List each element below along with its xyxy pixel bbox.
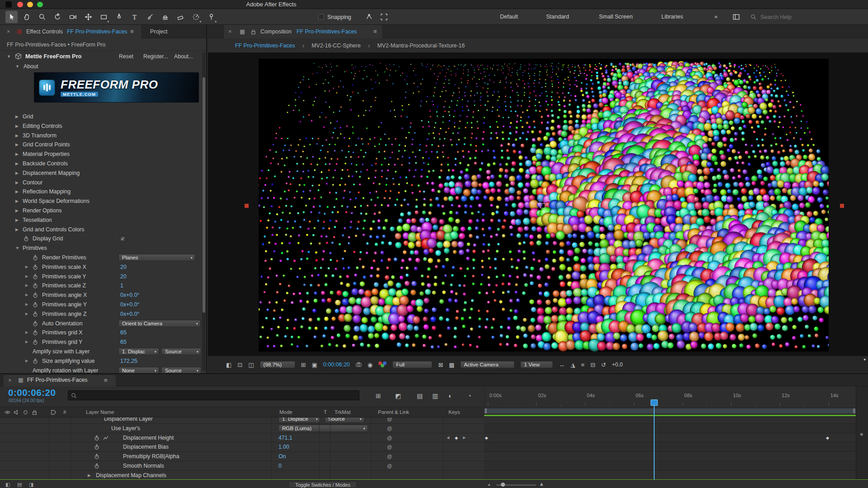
label-color-icon[interactable] <box>51 409 57 417</box>
expand-arrow-icon[interactable]: ▶ <box>25 272 31 282</box>
expand-arrow-icon[interactable]: ▶ <box>25 357 31 366</box>
fx-group-row[interactable]: ▶Displacement Mapping <box>0 169 202 178</box>
solo-icon[interactable] <box>23 409 28 417</box>
fx-group-row[interactable]: ▶Reflection Mapping <box>0 187 202 197</box>
close-panel-icon[interactable]: × <box>7 25 10 38</box>
icon-cell[interactable] <box>103 435 108 441</box>
graph-icon[interactable] <box>103 435 108 441</box>
expand-arrow-icon[interactable]: ▶ <box>15 112 21 122</box>
selection-tool-icon[interactable] <box>5 11 18 23</box>
motion-blur-icon[interactable]: ◐ <box>448 393 452 399</box>
magnification-select[interactable]: (98.7%)▼ <box>260 361 295 369</box>
timeline-track[interactable]: ◆◆ <box>484 433 856 443</box>
current-time-display[interactable]: 0:00:06:20 <box>8 387 56 398</box>
pick-whip-icon[interactable]: @ <box>387 424 392 433</box>
stopwatch-icon[interactable] <box>94 463 99 469</box>
timeline-property-value[interactable]: 0 <box>278 461 282 471</box>
icon-cell[interactable] <box>33 264 38 270</box>
stopwatch-icon[interactable] <box>33 255 38 260</box>
fx-property-value[interactable]: 0x+0.0° <box>120 300 140 310</box>
rotate-tool-icon[interactable] <box>52 11 64 23</box>
stopwatch-icon[interactable] <box>33 339 38 345</box>
fx-group-row[interactable]: ▶Backside Controls <box>0 159 202 169</box>
crumb-parent-comp[interactable]: MV2-16-CC-Sphere <box>311 42 361 49</box>
timeline-row[interactable]: Premultiply RGB|AlphaOn@ <box>0 452 484 461</box>
fx-group-row[interactable]: ▶Grid Control Points <box>0 140 202 150</box>
type-tool-icon[interactable]: T <box>128 11 141 23</box>
icon-cell[interactable] <box>33 274 38 279</box>
stopwatch-icon[interactable] <box>94 435 99 441</box>
about-group-row[interactable]: ▼ About <box>0 62 206 71</box>
tab-project[interactable]: Project <box>150 25 168 38</box>
fx-group-row[interactable]: ▶Tessellation <box>0 216 202 225</box>
expand-layer-switches-icon[interactable]: ◧ <box>5 481 10 488</box>
minimize-window-button[interactable] <box>27 2 33 8</box>
rectangle-tool-icon[interactable]: ▼ <box>98 11 110 23</box>
timeline-zoom-handle[interactable] <box>501 483 505 487</box>
fx-group-row[interactable]: ▶3D Transform <box>0 131 202 141</box>
fx-group-row[interactable]: ▶Material Properties <box>0 150 202 159</box>
timeline-property-value[interactable]: 1.00 <box>278 442 289 452</box>
layer-anchor-point[interactable] <box>540 203 545 208</box>
icon-cell[interactable] <box>94 444 99 450</box>
expand-arrow-icon[interactable]: ▶ <box>15 169 21 178</box>
prev-keyframe-icon[interactable]: ◀ <box>447 433 449 443</box>
close-window-button[interactable] <box>17 2 23 8</box>
fx-group-row[interactable]: ▶Editing Controls <box>0 122 202 131</box>
exposure-value[interactable]: +0.0 <box>612 361 623 368</box>
stopwatch-icon[interactable] <box>33 311 38 317</box>
expand-arrow-icon[interactable]: ▶ <box>25 328 31 338</box>
layer-handle-left[interactable] <box>245 204 249 208</box>
work-area-bar[interactable] <box>484 408 856 414</box>
fast-previews-icon[interactable]: ◮ <box>571 362 575 368</box>
current-time-indicator[interactable] <box>654 406 655 479</box>
fx-property-value[interactable]: 0x+0.0° <box>120 291 140 300</box>
fx-group-row[interactable]: ▶World Space Deformations <box>0 197 202 206</box>
pick-whip-icon[interactable]: @ <box>387 461 392 471</box>
fx-layer-select[interactable]: None▼ <box>118 367 159 373</box>
grid-guides-icon[interactable]: ⊞ <box>301 362 306 368</box>
draft-3d-icon[interactable]: ◩ <box>395 393 401 399</box>
column-mode[interactable]: Mode <box>279 407 292 417</box>
comp-mini-flowchart-icon[interactable]: ⊞ <box>376 393 381 399</box>
fx-property-select[interactable]: Planes▼ <box>118 254 195 262</box>
current-time-indicator-handle[interactable] <box>651 399 658 406</box>
hide-shy-layers-icon[interactable]: ▤ <box>417 393 423 399</box>
pen-tool-icon[interactable] <box>113 11 125 23</box>
resolution-select[interactable]: Full▼ <box>392 361 432 369</box>
panel-menu-icon[interactable]: ≡ <box>130 25 134 38</box>
timeline-search-input[interactable] <box>79 392 341 399</box>
eraser-tool-icon[interactable] <box>175 11 187 23</box>
icon-cell[interactable] <box>33 255 38 260</box>
timeline-track[interactable] <box>484 461 856 471</box>
fx-property-value[interactable]: 65 <box>120 338 127 347</box>
display-grid-checkbox[interactable]: ✓ <box>120 236 126 242</box>
close-panel-icon[interactable]: × <box>228 25 232 38</box>
column-trkmat[interactable]: TrkMat <box>335 407 350 417</box>
toggle-switches-modes-button[interactable]: Toggle Switches / Modes <box>288 481 357 488</box>
workspace-panel-icon[interactable] <box>732 13 740 21</box>
keyframe-marker-icon[interactable]: ◈ <box>860 432 863 436</box>
expand-arrow-icon[interactable]: ▶ <box>15 187 21 197</box>
expand-in-out-icon[interactable]: ◨ <box>29 481 33 488</box>
fx-source-select[interactable]: Source▼ <box>161 348 201 356</box>
icon-cell[interactable] <box>33 358 38 364</box>
timeline-property-value[interactable]: On <box>278 452 286 461</box>
transparency-grid-icon[interactable]: ▩ <box>449 362 454 368</box>
puppet-pin-tool-icon[interactable]: ▼ <box>205 11 217 23</box>
fx-group-row[interactable]: ▶Contour <box>0 178 202 188</box>
expand-arrow-icon[interactable]: ▶ <box>25 338 31 347</box>
crumb-current-comp[interactable]: FF Pro-Primitives-Faces <box>235 42 295 49</box>
next-keyframe-icon[interactable]: ▶ <box>463 433 466 443</box>
expand-arrow-icon[interactable]: ▶ <box>25 281 31 291</box>
stopwatch-icon[interactable] <box>33 358 38 364</box>
icon-cell[interactable] <box>33 339 38 345</box>
icon-cell[interactable] <box>33 321 38 326</box>
comp-flowchart-icon[interactable]: ⊟ <box>590 362 595 368</box>
about-link[interactable]: About... <box>174 51 193 62</box>
register-link[interactable]: Register... <box>143 51 168 62</box>
expand-arrow-icon[interactable]: ▶ <box>15 206 21 216</box>
keyframe-icon[interactable]: ◆ <box>826 436 829 440</box>
stopwatch-icon[interactable] <box>24 236 29 241</box>
expand-arrow-icon[interactable]: ▶ <box>15 197 21 206</box>
